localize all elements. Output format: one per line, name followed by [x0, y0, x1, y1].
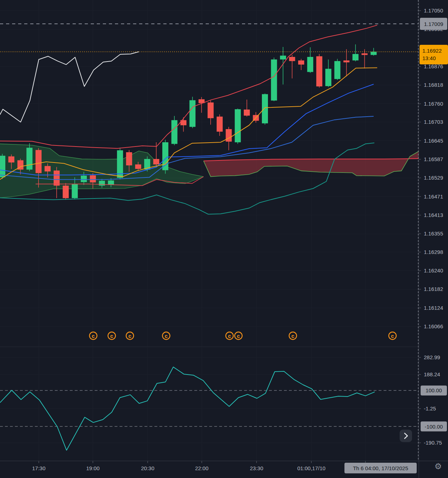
- candle-body: [172, 120, 178, 144]
- red-ma-line: [0, 25, 377, 149]
- candle-body: [307, 57, 313, 72]
- time-tick-label: 20:30: [141, 465, 154, 471]
- settings-gear-icon[interactable]: ⚙: [434, 462, 442, 471]
- osc-tick-label: -190.75: [424, 440, 442, 446]
- copyright-marker-glyph[interactable]: c: [128, 333, 131, 339]
- candle-body: [54, 171, 60, 186]
- chart-canvas[interactable]: cccccccc1.170501.169921.168761.168181.16…: [0, 0, 448, 478]
- candle-body: [362, 53, 368, 55]
- candle-body: [44, 166, 51, 171]
- price-tick-label: 1.16240: [424, 267, 443, 273]
- candle-body: [72, 184, 78, 198]
- copyright-marker-glyph[interactable]: c: [165, 333, 168, 339]
- price-tick-label: 1.17050: [424, 7, 443, 14]
- candle-body: [325, 69, 331, 86]
- time-tick-label: 22:00: [195, 465, 209, 471]
- candle-body: [0, 156, 5, 177]
- white-overlay-line: [0, 52, 139, 122]
- price-tick-label: 1.16413: [424, 212, 443, 218]
- last-price-badge: 1.16922 13:40: [420, 45, 448, 64]
- copyright-marker-glyph[interactable]: c: [228, 333, 231, 339]
- trading-chart-window: cccccccc1.170501.169921.168761.168181.16…: [0, 0, 448, 478]
- candle-body: [126, 152, 132, 165]
- copyright-marker-glyph[interactable]: c: [110, 333, 113, 339]
- candle-body: [244, 110, 250, 116]
- candle-body: [353, 54, 359, 60]
- osc-upper-guide-badge: 100.00: [421, 386, 447, 395]
- price-tick-label: 1.16066: [424, 323, 443, 329]
- price-tick-label: 1.16124: [424, 305, 443, 311]
- candle-body: [108, 180, 114, 185]
- candle-body: [298, 60, 304, 65]
- copyright-marker-glyph[interactable]: c: [391, 333, 394, 339]
- candle-body: [235, 109, 241, 142]
- last-price-value: 1.16922: [422, 47, 442, 54]
- candle-body: [217, 117, 223, 132]
- price-tick-label: 1.16760: [424, 101, 443, 107]
- candle-body: [8, 156, 14, 163]
- candle-body: [90, 175, 96, 182]
- candle-body: [334, 61, 341, 79]
- price-tick-label: 1.16587: [424, 156, 443, 162]
- price-tick-label: 1.16298: [424, 249, 443, 255]
- candle-body: [262, 94, 268, 123]
- candle-body: [81, 176, 87, 182]
- osc-tick-label: -1.25: [424, 405, 436, 411]
- copyright-marker-glyph[interactable]: c: [237, 333, 240, 339]
- price-tick-label: 1.16703: [424, 119, 443, 125]
- price-tick-label: 1.16818: [424, 82, 443, 88]
- time-tick-label: 23:30: [250, 465, 263, 471]
- time-tick-label: 19:00: [86, 465, 100, 471]
- scroll-right-button[interactable]: [400, 430, 412, 442]
- candle-body: [153, 159, 159, 164]
- candle-body: [343, 60, 349, 62]
- time-tick-label: 01:00,17/10: [297, 465, 325, 471]
- osc-tick-label: 188.24: [424, 371, 440, 377]
- copyright-marker-glyph[interactable]: c: [92, 333, 95, 339]
- copyright-marker-glyph[interactable]: c: [291, 333, 294, 339]
- candle-body: [207, 102, 214, 118]
- candle-body: [371, 52, 377, 55]
- candle-body: [162, 142, 168, 170]
- candle-body: [189, 100, 195, 127]
- price-tick-label: 1.16471: [424, 193, 443, 200]
- time-tick-label: 17:30: [32, 465, 46, 471]
- price-tick-label: 1.16529: [424, 175, 443, 181]
- chevron-right-icon: [400, 430, 412, 442]
- candle-body: [36, 150, 42, 173]
- crosshair-price-badge: 1.17009: [420, 18, 447, 30]
- candle-body: [99, 181, 105, 186]
- crosshair-date-badge: Th 6 04:00, 17/10/2025: [344, 463, 417, 473]
- price-tick-label: 1.16876: [424, 63, 443, 69]
- candle-body: [316, 56, 322, 86]
- candle-body: [26, 148, 32, 169]
- candle-body: [271, 59, 277, 101]
- price-tick-label: 1.16182: [424, 286, 443, 292]
- last-price-countdown: 13:40: [422, 54, 436, 62]
- price-tick-label: 1.16645: [424, 138, 443, 144]
- osc-lower-guide-badge: -100.00: [421, 421, 447, 431]
- candle-body: [63, 186, 69, 198]
- candle-body: [226, 129, 232, 142]
- candle-body: [289, 57, 295, 61]
- candle-body: [135, 164, 141, 169]
- price-tick-label: 1.16355: [424, 230, 443, 237]
- osc-tick-label: 282.99: [424, 354, 440, 360]
- candle-body: [280, 55, 286, 59]
